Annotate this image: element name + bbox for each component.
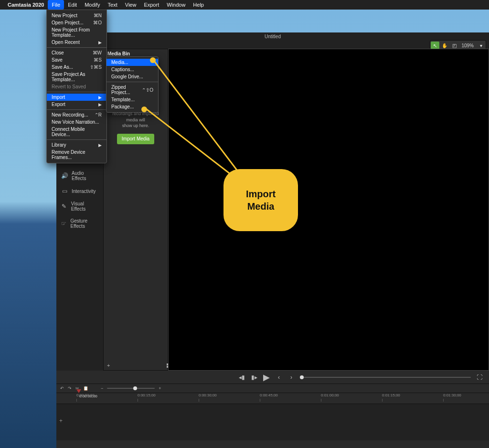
- scrub-bar[interactable]: [300, 377, 471, 378]
- sidebar-label: Audio Effects: [72, 171, 97, 181]
- file-save[interactable]: Save⌘S: [47, 56, 106, 64]
- menu-edit[interactable]: Edit: [64, 0, 81, 10]
- window-title: Untitled: [265, 34, 281, 39]
- play-button-icon[interactable]: ▶: [263, 373, 270, 381]
- timeline-zoom-slider[interactable]: [107, 388, 155, 389]
- crop-tool-icon[interactable]: ◰: [450, 42, 458, 49]
- sidebar-audio-effects[interactable]: 🔊Audio Effects: [56, 167, 102, 184]
- add-media-icon[interactable]: +: [107, 363, 110, 368]
- import-gdrive[interactable]: Google Drive...: [106, 73, 158, 80]
- sidebar-label: Gesture Effects: [71, 218, 98, 229]
- gesture-icon: ☞: [61, 220, 67, 227]
- menu-file[interactable]: File: [48, 0, 64, 10]
- file-export[interactable]: Export▶: [47, 101, 106, 108]
- tick: 0:01:00;00: [321, 393, 339, 397]
- import-template[interactable]: Template...: [106, 96, 158, 103]
- redo-icon[interactable]: ↷: [68, 386, 72, 391]
- file-save-as[interactable]: Save As...⇧⌘S: [47, 64, 106, 71]
- file-new-from-template[interactable]: New Project From Template...: [47, 26, 106, 39]
- canvas-preview[interactable]: [168, 49, 489, 371]
- file-connect-mobile[interactable]: Connect Mobile Device...: [47, 126, 106, 138]
- timeline-ruler[interactable]: 0:00:00;00 0:00:00;00 0:00:15;00 0:00:30…: [56, 393, 489, 404]
- import-zipped[interactable]: Zipped Project...⌃⇧O: [106, 84, 158, 96]
- file-open-project[interactable]: Open Project...⌘O: [47, 19, 106, 26]
- tick: 0:00:45;00: [260, 393, 278, 397]
- menu-export[interactable]: Export: [140, 0, 163, 10]
- tick: 0:00:30;00: [199, 393, 217, 397]
- timeline-tracks[interactable]: +: [56, 404, 489, 440]
- menu-modify[interactable]: Modify: [81, 0, 104, 10]
- interactivity-icon: ▭: [61, 188, 68, 194]
- zoom-chevron-icon[interactable]: ▾: [477, 42, 485, 49]
- app-name[interactable]: Camtasia 2020: [8, 2, 44, 8]
- zoom-out-icon[interactable]: −: [101, 386, 103, 391]
- annotation-dot: [150, 57, 156, 63]
- media-bin-footer: +: [103, 360, 175, 371]
- import-media-button[interactable]: Import Media: [117, 134, 154, 144]
- file-open-recent[interactable]: Open Recent▶: [47, 39, 106, 46]
- zoom-in-icon[interactable]: +: [159, 386, 161, 391]
- file-remove-frames[interactable]: Remove Device Frames...: [47, 149, 106, 161]
- import-captions[interactable]: Captions...: [106, 66, 158, 73]
- file-menu-dropdown: New Project⌘N Open Project...⌘O New Proj…: [46, 10, 107, 163]
- tick: 0:01:15;00: [382, 393, 400, 397]
- hand-tool-icon[interactable]: ✋: [440, 42, 449, 49]
- add-track-icon[interactable]: +: [59, 417, 63, 424]
- import-package[interactable]: Package...: [106, 103, 158, 110]
- sidebar-interactivity[interactable]: ▭Interactivity: [56, 184, 102, 198]
- file-new-voice[interactable]: New Voice Narration...: [47, 118, 106, 126]
- next-frame-icon[interactable]: ▮▸: [250, 373, 258, 381]
- visual-icon: ✎: [61, 203, 67, 210]
- fullscreen-icon[interactable]: ⛶: [476, 373, 483, 381]
- menu-text[interactable]: Text: [104, 0, 121, 10]
- sidebar-gesture-effects[interactable]: ☞Gesture Effects: [56, 215, 102, 232]
- canvas-zoom[interactable]: 109%: [459, 43, 476, 48]
- playback-bar: ◂▮ ▮▸ ▶ ‹ › ⛶: [56, 371, 489, 384]
- file-close[interactable]: Close⌘W: [47, 49, 106, 56]
- import-submenu: Media... Captions... Google Drive... Zip…: [106, 56, 159, 113]
- annotation-dot: [141, 107, 147, 112]
- sidebar-label: Interactivity: [72, 189, 96, 194]
- prev-frame-icon[interactable]: ◂▮: [238, 373, 245, 381]
- file-library[interactable]: Library▶: [47, 141, 106, 149]
- tick: 0:00:00;00: [76, 393, 95, 397]
- undo-icon[interactable]: ↶: [60, 386, 64, 391]
- prev-marker-icon[interactable]: ‹: [275, 373, 283, 381]
- mac-menubar: Camtasia 2020 File Edit Modify Text View…: [0, 0, 489, 10]
- menu-window[interactable]: Window: [163, 0, 189, 10]
- tick: 0:00:15;00: [138, 393, 156, 397]
- file-revert: Revert to Saved: [47, 83, 106, 90]
- next-marker-icon[interactable]: ›: [287, 373, 295, 381]
- timeline-panel: ↶ ↷ ✂ 📋 − + 0:00:00;00 0:00:00;00 0:00:1…: [56, 384, 489, 448]
- sidebar-visual-effects[interactable]: ✎Visual Effects: [56, 198, 102, 215]
- selection-tool-icon[interactable]: ↖: [431, 42, 439, 49]
- file-save-template[interactable]: Save Project As Template...: [47, 71, 106, 83]
- file-import[interactable]: Import▶: [47, 94, 106, 101]
- file-new-recording[interactable]: New Recording...⌃R: [47, 111, 106, 118]
- tick: 0:01:30;00: [443, 393, 461, 397]
- audio-icon: 🔊: [61, 172, 68, 179]
- window-titlebar: Untitled: [56, 32, 489, 40]
- file-new-project[interactable]: New Project⌘N: [47, 12, 106, 19]
- sidebar-label: Visual Effects: [71, 201, 97, 212]
- paste-icon[interactable]: 📋: [83, 386, 88, 391]
- menu-view[interactable]: View: [121, 0, 140, 10]
- menu-help[interactable]: Help: [189, 0, 208, 10]
- timeline-toolbar: ↶ ↷ ✂ 📋 − +: [56, 384, 489, 393]
